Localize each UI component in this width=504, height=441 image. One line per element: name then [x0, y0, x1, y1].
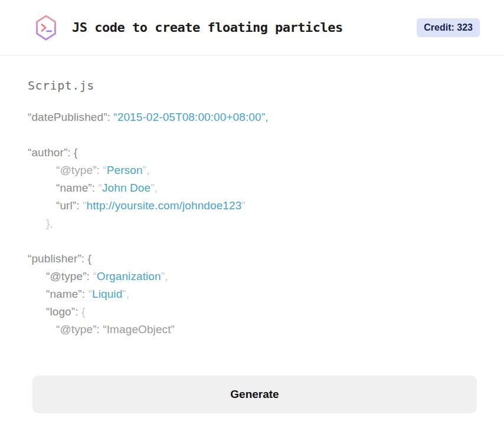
- code-segment: “@type”:: [46, 270, 93, 282]
- code-segment: ”: [241, 199, 245, 212]
- code-segment: ”,: [122, 288, 129, 300]
- page-title: JS code to create floating particles: [72, 20, 343, 35]
- code-line: “@type”: “Organization”,: [28, 268, 477, 285]
- code-segment: “logo”:: [46, 305, 81, 318]
- code-line: },: [28, 215, 477, 232]
- code-blank-line: [28, 232, 477, 250]
- code-line: “author”: {: [28, 144, 477, 162]
- code-segment: “publisher”: {: [28, 252, 91, 265]
- code-segment: ”,: [150, 182, 158, 194]
- code-segment: Liquid: [92, 288, 122, 300]
- credit-badge: Credit: 323: [417, 18, 480, 37]
- code-line: “datePublished”: “2015-02-05T08:00:00+08…: [28, 108, 477, 126]
- code-segment: “author”: {: [28, 146, 78, 159]
- code-segment: {: [81, 305, 85, 318]
- code-segment: Organization: [97, 270, 161, 282]
- code-segment: ”,: [143, 164, 150, 176]
- code-segment: http://yoursite.com/johndoe123: [86, 199, 241, 212]
- code-segment: },: [46, 217, 53, 229]
- code-line: “@type”: “Person”,: [28, 162, 477, 179]
- code-segment: “name”:: [56, 182, 99, 194]
- code-block: “datePublished”: “2015-02-05T08:00:00+08…: [28, 108, 477, 338]
- code-segment: “url”:: [56, 199, 83, 212]
- code-segment: John Doe: [102, 182, 150, 194]
- code-segment: “2015-02-05T08:00:00+08:00”,: [113, 111, 268, 123]
- code-segment: “datePublished”:: [28, 111, 113, 123]
- code-segment: “@type”:: [56, 164, 103, 176]
- code-line: “name”: “John Doe”,: [28, 179, 477, 197]
- code-line: “publisher”: {: [28, 250, 477, 268]
- code-segment: “@type”: “ImageObject”: [56, 323, 175, 335]
- app-header: JS code to create floating particles Cre…: [0, 0, 504, 55]
- code-line: “url”: “http://yoursite.com/johndoe123”: [28, 197, 477, 215]
- code-segment: ”,: [161, 270, 168, 282]
- code-line: “logo”: {: [28, 303, 477, 321]
- code-line: “@type”: “ImageObject”: [28, 321, 477, 338]
- code-segment: Person: [107, 164, 143, 176]
- filename-heading: Script.js: [28, 78, 477, 93]
- generate-button[interactable]: Generate: [32, 376, 477, 413]
- code-segment: “name”:: [46, 288, 89, 300]
- code-line: “name”: “Liquid”,: [28, 285, 477, 303]
- code-blank-line: [28, 126, 477, 144]
- main-content: Script.js “datePublished”: “2015-02-05T0…: [0, 55, 504, 413]
- terminal-prompt-hexagon-icon: [34, 12, 58, 43]
